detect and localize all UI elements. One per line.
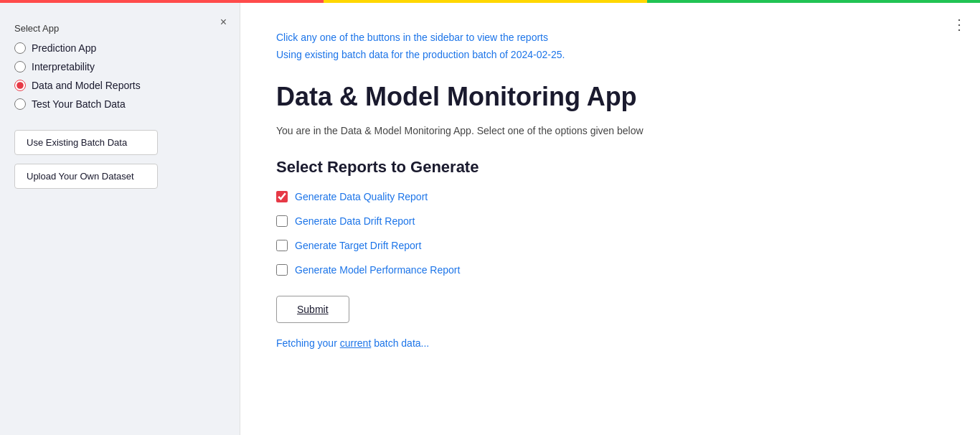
checkbox-chk-model-perf[interactable] [276, 264, 288, 276]
checkbox-label-chk-data-drift[interactable]: Generate Data Drift Report [295, 215, 415, 227]
app-description: You are in the Data & Model Monitoring A… [276, 125, 944, 136]
checkbox-chk-target-drift[interactable] [276, 240, 288, 251]
fetching-current: current [340, 337, 372, 349]
submit-button[interactable]: Submit [276, 296, 349, 323]
radio-prediction[interactable] [14, 42, 26, 54]
main-content: ⋮ Click any one of the buttons in the si… [240, 3, 980, 435]
radio-item-prediction: Prediction App [14, 42, 225, 54]
radio-label-test-batch[interactable]: Test Your Batch Data [32, 98, 126, 110]
fetching-suffix: batch data... [371, 337, 429, 349]
radio-test-batch[interactable] [14, 98, 26, 110]
info-line-2: Using existing batch data for the produc… [276, 49, 944, 60]
three-dots-menu[interactable]: ⋮ [952, 16, 967, 33]
checkbox-list: Generate Data Quality ReportGenerate Dat… [276, 191, 944, 276]
radio-interpretability[interactable] [14, 61, 26, 72]
checkbox-label-chk-data-quality[interactable]: Generate Data Quality Report [295, 191, 428, 202]
sidebar: × Select App Prediction AppInterpretabil… [0, 3, 240, 435]
radio-item-interpretability: Interpretability [14, 61, 225, 72]
select-app-label: Select App [14, 23, 225, 34]
checkbox-item-chk-target-drift: Generate Target Drift Report [276, 240, 944, 251]
checkbox-chk-data-quality[interactable] [276, 191, 288, 202]
radio-item-test-batch: Test Your Batch Data [14, 98, 225, 110]
radio-item-data-model-reports: Data and Model Reports [14, 80, 225, 91]
checkbox-item-chk-data-drift: Generate Data Drift Report [276, 215, 944, 227]
checkbox-label-chk-target-drift[interactable]: Generate Target Drift Report [295, 240, 421, 251]
fetching-text: Fetching your current batch data... [276, 337, 944, 349]
fetching-prefix: Fetching your [276, 337, 340, 349]
radio-label-prediction[interactable]: Prediction App [32, 42, 96, 54]
checkbox-item-chk-model-perf: Generate Model Performance Report [276, 264, 944, 276]
app-title: Data & Model Monitoring App [276, 82, 944, 112]
radio-label-interpretability[interactable]: Interpretability [32, 61, 95, 72]
radio-data-model-reports[interactable] [14, 80, 26, 91]
close-button[interactable]: × [220, 16, 227, 29]
checkbox-item-chk-data-quality: Generate Data Quality Report [276, 191, 944, 202]
info-line-1: Click any one of the buttons in the side… [276, 32, 944, 43]
checkbox-chk-data-drift[interactable] [276, 215, 288, 227]
upload-dataset-btn[interactable]: Upload Your Own Dataset [14, 164, 158, 189]
use-existing-btn[interactable]: Use Existing Batch Data [14, 130, 158, 155]
radio-label-data-model-reports[interactable]: Data and Model Reports [32, 80, 141, 91]
checkbox-label-chk-model-perf[interactable]: Generate Model Performance Report [295, 264, 460, 276]
section-title: Select Reports to Generate [276, 158, 944, 177]
radio-group: Prediction AppInterpretabilityData and M… [14, 42, 225, 110]
